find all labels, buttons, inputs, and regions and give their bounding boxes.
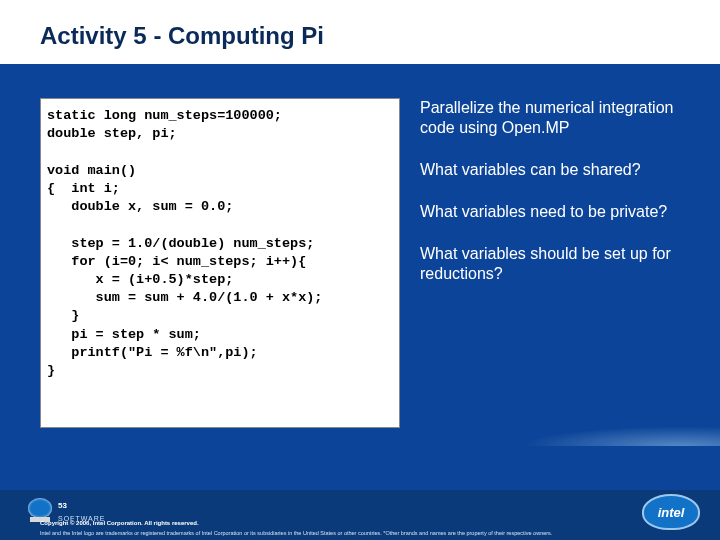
intel-logo-text: intel [658,505,685,520]
intel-logo-small-icon [28,498,52,518]
copyright-text: Copyright © 2006, Intel Corporation. All… [40,520,199,526]
trademark-text: Intel and the Intel logo are trademarks … [40,530,620,536]
note-reductions: What variables should be set up for redu… [420,244,696,284]
decorative-swoosh [520,426,720,446]
footer: SOFTWARE 53 Copyright © 2006, Intel Corp… [0,490,720,540]
slide-title: Activity 5 - Computing Pi [40,22,324,50]
note-private-vars: What variables need to be private? [420,202,696,222]
instruction-notes: Parallelize the numerical integration co… [420,98,696,306]
code-block: static long num_steps=100000; double ste… [40,98,400,428]
intel-logo-large-icon: intel [642,494,700,530]
page-number: 53 [58,501,67,510]
note-shared-vars: What variables can be shared? [420,160,696,180]
content-area: static long num_steps=100000; double ste… [0,64,720,490]
note-parallelize: Parallelize the numerical integration co… [420,98,696,138]
